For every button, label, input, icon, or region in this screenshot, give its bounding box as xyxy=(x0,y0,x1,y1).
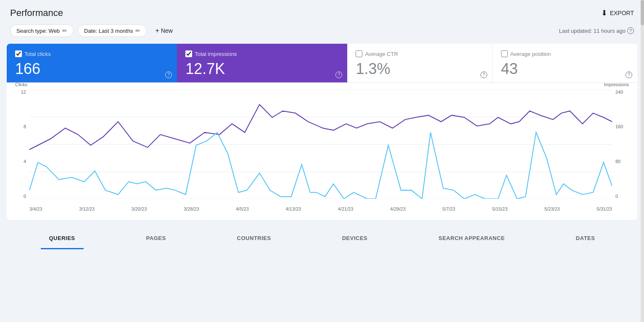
avg-position-checkbox[interactable] xyxy=(501,50,508,57)
avg-ctr-checkbox[interactable] xyxy=(356,50,362,57)
new-label: New xyxy=(161,27,173,34)
avg-position-help-icon[interactable]: ? xyxy=(626,71,632,78)
y-right-label: Impressions xyxy=(604,82,629,87)
total-impressions-checkbox[interactable] xyxy=(185,50,192,57)
page-title: Performance xyxy=(10,8,63,18)
avg-position-header: Average position xyxy=(501,50,629,57)
avg-position-card[interactable]: Average position 43 ? xyxy=(493,44,637,82)
clicks-line xyxy=(29,132,612,199)
search-type-label: Search type: Web xyxy=(16,28,60,34)
date-label: Date: Last 3 months xyxy=(84,28,133,34)
avg-ctr-label: Average CTR xyxy=(365,51,398,57)
avg-ctr-help-icon[interactable]: ? xyxy=(480,71,487,78)
total-clicks-header: Total clicks xyxy=(15,50,169,57)
tab-search-appearance[interactable]: SEARCH APPEARANCE xyxy=(430,228,513,249)
chart-container: Clicks 12 8 4 0 Impressions 240 160 80 0 xyxy=(7,82,637,220)
export-label: EXPORT xyxy=(610,10,634,16)
edit-icon: ✏ xyxy=(62,27,67,34)
total-clicks-card[interactable]: Total clicks 166 ? xyxy=(7,44,177,82)
filter-bar: Search type: Web ✏ Date: Last 3 months ✏… xyxy=(0,24,644,44)
total-clicks-checkbox[interactable] xyxy=(15,50,22,57)
chart-svg xyxy=(29,90,612,199)
avg-ctr-header: Average CTR xyxy=(356,50,483,57)
total-impressions-header: Total impressions xyxy=(185,50,339,57)
total-clicks-value: 166 xyxy=(15,61,169,77)
main-content: Total clicks 166 ? Total impressions 12.… xyxy=(0,44,644,249)
y-axis-left: Clicks 12 8 4 0 xyxy=(15,90,28,199)
avg-ctr-value: 1.3% xyxy=(356,61,483,77)
total-impressions-label: Total impressions xyxy=(195,51,237,57)
date-filter[interactable]: Date: Last 3 months ✏ xyxy=(78,24,147,37)
bottom-tabs: QUERIES PAGES COUNTRIES DEVICES SEARCH A… xyxy=(7,228,637,249)
chart-wrapper: Clicks 12 8 4 0 Impressions 240 160 80 0 xyxy=(15,90,629,211)
new-button[interactable]: + New xyxy=(151,24,177,37)
avg-position-value: 43 xyxy=(501,61,629,77)
scrollbar[interactable] xyxy=(641,0,644,322)
impressions-line xyxy=(29,104,612,149)
tab-devices[interactable]: DEVICES xyxy=(334,228,376,249)
edit-icon-date: ✏ xyxy=(135,27,140,34)
total-clicks-label: Total clicks xyxy=(24,51,51,57)
total-impressions-value: 12.7K xyxy=(185,61,339,77)
avg-ctr-card[interactable]: Average CTR 1.3% ? xyxy=(347,44,492,82)
tab-countries[interactable]: COUNTRIES xyxy=(229,228,280,249)
total-impressions-help-icon[interactable]: ? xyxy=(335,71,342,78)
tab-pages[interactable]: PAGES xyxy=(138,228,174,249)
plus-icon: + xyxy=(155,27,159,34)
header: Performance ⬇ EXPORT xyxy=(0,0,644,24)
tab-queries[interactable]: QUERIES xyxy=(41,228,84,249)
export-button[interactable]: ⬇ EXPORT xyxy=(601,8,634,18)
x-axis-labels: 3/4/23 3/12/23 3/20/23 3/28/23 4/5/23 4/… xyxy=(29,200,612,211)
search-type-filter[interactable]: Search type: Web ✏ xyxy=(10,24,74,37)
last-updated: Last updated: 11 hours ago ? xyxy=(559,27,634,34)
avg-position-label: Average position xyxy=(510,51,551,57)
download-icon: ⬇ xyxy=(601,8,607,18)
total-clicks-help-icon[interactable]: ? xyxy=(165,71,172,78)
metrics-row: Total clicks 166 ? Total impressions 12.… xyxy=(7,44,637,82)
line-chart xyxy=(29,90,612,199)
y-axis-right: Impressions 240 160 80 0 xyxy=(614,90,629,199)
total-impressions-card[interactable]: Total impressions 12.7K ? xyxy=(177,44,347,82)
scrollbar-thumb[interactable] xyxy=(641,0,644,25)
tab-dates[interactable]: DATES xyxy=(567,228,604,249)
help-icon[interactable]: ? xyxy=(627,27,634,34)
y-left-label: Clicks xyxy=(15,82,27,87)
